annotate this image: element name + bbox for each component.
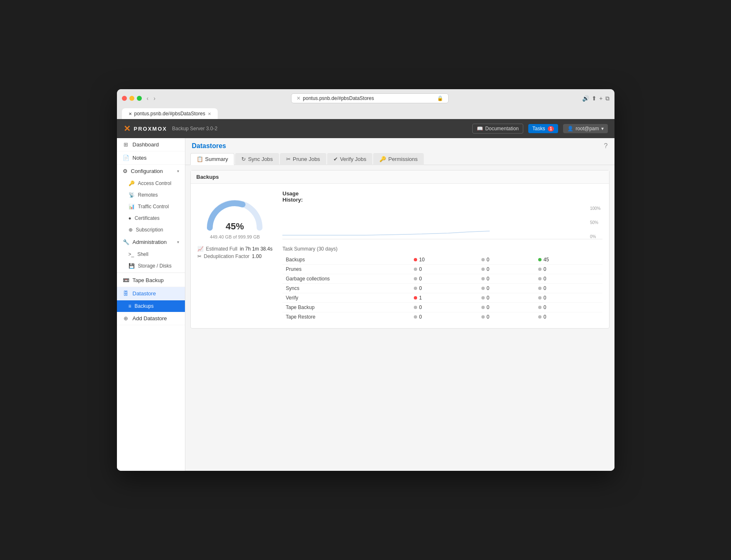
failed-dot xyxy=(414,306,417,309)
sidebar-item-label: Configuration xyxy=(131,168,163,174)
permissions-tab-icon: 🔑 xyxy=(379,156,386,162)
sidebar-item-tape-backup[interactable]: 📼 Tape Backup xyxy=(117,274,185,287)
failed-count: 1 xyxy=(419,295,422,301)
warnings-count: 0 xyxy=(487,257,490,263)
gauge-used: 449.40 GB of 999.99 GB xyxy=(210,234,260,239)
task-name: Tape Restore xyxy=(282,312,410,322)
sidebar-item-configuration[interactable]: ⚙ Configuration ▾ xyxy=(117,165,185,178)
sidebar-item-label: Dashboard xyxy=(133,141,159,148)
warnings-dot xyxy=(481,277,485,280)
sidebar-item-access-control[interactable]: 🔑 Access Control xyxy=(117,178,185,189)
warnings-dot xyxy=(481,268,485,271)
sidebar-item-administration[interactable]: 🔧 Administration ▾ xyxy=(117,236,185,248)
table-row: Garbage collections 0 0 0 xyxy=(282,274,602,284)
warnings-dot xyxy=(481,306,485,309)
forward-button[interactable]: › xyxy=(152,94,157,102)
documentation-button[interactable]: 📖 Documentation xyxy=(472,124,523,134)
add-datastore-icon: ⊕ xyxy=(123,315,129,321)
tab-verify-jobs[interactable]: ✔ Verify Jobs xyxy=(327,153,373,165)
browser-tab[interactable]: ✕ pontus.psnb.de/#pbsDataStores ✕ xyxy=(122,108,218,119)
failed-dot xyxy=(414,296,417,299)
maximize-button[interactable] xyxy=(137,96,142,101)
tab-summary[interactable]: 📋 Summary xyxy=(190,153,235,165)
ok-count: 0 xyxy=(544,304,546,310)
warnings-count: 0 xyxy=(487,304,490,310)
gauge-section: 45% 449.40 GB of 999.99 GB 📈 Estimated F… xyxy=(197,190,273,321)
ok-count: 0 xyxy=(544,295,546,301)
chart-label-0: 0% xyxy=(590,234,601,239)
sidebar-item-datastore[interactable]: 🗄 Datastore xyxy=(117,287,185,300)
chevron-down-icon: ▾ xyxy=(177,169,179,173)
estimated-full-label: Estimated Full xyxy=(206,246,238,252)
failed-dot xyxy=(414,277,417,280)
sidebar-item-traffic-control[interactable]: 📊 Traffic Control xyxy=(117,201,185,212)
task-warnings: 0 xyxy=(478,312,535,322)
help-icon[interactable]: ? xyxy=(604,142,608,150)
backups-icon: ≡ xyxy=(129,303,131,309)
app-container: ✕ PROXMOX Backup Server 3.0-2 📖 Document… xyxy=(117,119,614,471)
certificates-icon: ● xyxy=(129,215,131,221)
history-title: UsageHistory: xyxy=(282,190,602,203)
gauge-text: 45% xyxy=(202,221,268,232)
tab-prune-jobs[interactable]: ✂ Prune Jobs xyxy=(280,153,326,165)
task-ok: 0 xyxy=(535,284,602,293)
sidebar-item-certificates[interactable]: ● Certificates xyxy=(117,212,185,224)
failed-count: 0 xyxy=(419,285,422,291)
back-button[interactable]: ‹ xyxy=(145,94,151,102)
sidebar-item-subscription[interactable]: ⊕ Subscription xyxy=(117,224,185,236)
backups-panel: Backups xyxy=(190,170,610,329)
app-version: Backup Server 3.0-2 xyxy=(172,126,217,131)
sidebar-item-dashboard[interactable]: ⊞ Dashboard xyxy=(117,138,185,151)
sidebar-item-add-datastore[interactable]: ⊕ Add Datastore xyxy=(117,312,185,325)
close-button[interactable] xyxy=(122,96,127,101)
sidebar-item-shell[interactable]: >_ Shell xyxy=(117,248,185,260)
dedup-icon: ✂ xyxy=(197,253,202,259)
browser-tab-bar: ✕ pontus.psnb.de/#pbsDataStores ✕ xyxy=(122,108,610,119)
tab-sync-jobs[interactable]: ↻ Sync Jobs xyxy=(235,153,279,165)
tab-permissions[interactable]: 🔑 Permissions xyxy=(373,153,424,165)
tabs-icon[interactable]: ⧉ xyxy=(605,95,610,102)
tasks-button[interactable]: Tasks 1 xyxy=(528,124,558,133)
user-menu-button[interactable]: 👤 root@pam ▾ xyxy=(563,124,607,133)
browser-actions: 🔊 ⬆ + ⧉ xyxy=(582,95,609,102)
ok-count: 0 xyxy=(544,266,546,272)
minimize-button[interactable] xyxy=(129,96,134,101)
sidebar-item-remotes[interactable]: 📡 Remotes xyxy=(117,189,185,201)
new-tab-icon[interactable]: + xyxy=(599,95,602,102)
sidebar-item-backups[interactable]: ≡ Backups xyxy=(117,300,185,312)
sidebar-item-label: Remotes xyxy=(138,192,158,198)
dedup-row: ✂ Deduplication Factor 1.00 xyxy=(197,253,273,259)
sidebar-divider xyxy=(117,273,185,273)
configuration-icon: ⚙ xyxy=(123,168,128,174)
sidebar-item-label: Datastore xyxy=(133,290,156,297)
volume-icon: 🔊 xyxy=(582,95,589,102)
task-failed: 0 xyxy=(410,303,478,312)
task-ok: 0 xyxy=(535,265,602,274)
logo-x-icon: ✕ xyxy=(124,124,131,134)
task-name: Verify xyxy=(282,293,410,303)
sidebar: ⊞ Dashboard 📄 Notes ⚙ Configuration ▾ 🔑 xyxy=(117,138,185,471)
summary-tab-icon: 📋 xyxy=(197,156,203,162)
tab-close-button[interactable]: ✕ xyxy=(208,112,211,116)
panel-header: Backups xyxy=(191,170,609,184)
access-control-icon: 🔑 xyxy=(129,180,135,186)
task-summary: Task Summary (30 days) Backups 10 0 xyxy=(282,246,602,321)
history-chart-svg xyxy=(282,206,602,239)
address-text: pontus.psnb.de/#pbsDataStores xyxy=(303,95,374,101)
estimated-full-value: in 7h 1m 38.4s xyxy=(240,246,273,252)
chart-label-100: 100% xyxy=(590,206,601,211)
ok-dot xyxy=(538,258,542,261)
traffic-lights xyxy=(122,96,142,101)
sidebar-item-label: Tape Backup xyxy=(133,277,164,283)
sidebar-item-notes[interactable]: 📄 Notes xyxy=(117,151,185,165)
sidebar-item-storage-disks[interactable]: 💾 Storage / Disks xyxy=(117,260,185,272)
chevron-down-icon: ▾ xyxy=(601,126,604,131)
sidebar-item-label: Add Datastore xyxy=(133,315,167,321)
table-row: Syncs 0 0 0 xyxy=(282,284,602,293)
sidebar-item-label: Storage / Disks xyxy=(138,263,172,269)
app-logo: ✕ PROXMOX Backup Server 3.0-2 xyxy=(124,124,218,134)
warnings-dot xyxy=(481,258,485,261)
address-input[interactable]: ✕ pontus.psnb.de/#pbsDataStores 🔒 xyxy=(291,93,449,103)
dedup-value: 1.00 xyxy=(252,253,262,259)
content-area: Datastores ? 📋 Summary ↻ Sync Jobs ✂ xyxy=(185,138,614,471)
